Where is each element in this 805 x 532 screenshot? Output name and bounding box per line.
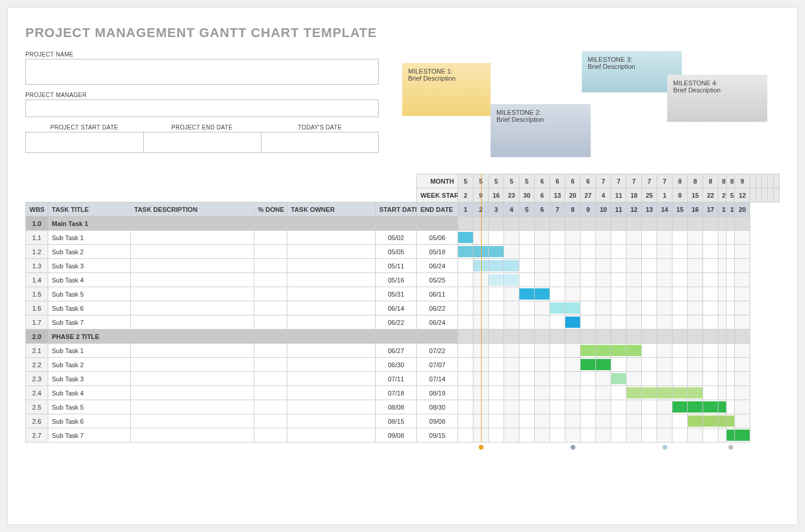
gantt-bar [627,345,641,356]
task-row: 2.1Sub Task 106/2707/22 [26,344,780,358]
project-manager-input[interactable] [25,99,379,117]
gantt-bar [473,246,488,257]
milestone-2-desc: Brief Description [496,116,585,123]
gantt-bar [473,260,488,271]
gantt-bar [627,387,641,398]
gantt-bar [535,288,549,300]
gantt-bar [688,415,703,427]
milestone-marker [571,445,575,450]
document-page: PROJECT MANAGEMENT GANTT CHART TEMPLATE … [7,7,798,525]
gantt-bar [657,387,672,398]
milestone-1: MILESTONE 1: Brief Description [402,63,491,116]
project-name-label: PROJECT NAME [25,51,379,58]
task-row: 1.1Sub Task 105/0205/06 [26,231,780,245]
task-row: 1.2Sub Task 205/0505/18 [26,245,780,259]
gantt-bar [581,345,595,356]
task-row: 2.5Sub Task 508/0808/30 [26,400,780,414]
gantt-bar [611,373,626,384]
gantt-bar [727,430,734,441]
gantt-bar [565,302,580,314]
gantt-bar [504,274,519,285]
milestone-2-title: MILESTONE 2: [496,109,585,116]
gantt-bar [688,401,703,413]
gantt-bar [642,387,657,398]
gantt-bar [735,430,750,441]
today-date-label: TODAY'S DATE [261,124,379,131]
task-row: 2.6Sub Task 608/1509/08 [26,414,780,428]
gantt-bar [611,345,626,356]
task-row: 2.7Sub Task 709/0809/15 [26,428,780,443]
gantt-bar [489,274,503,285]
project-name-input[interactable] [25,59,379,85]
milestone-marker [479,445,483,450]
task-row: 2.3Sub Task 307/1107/14 [26,372,780,386]
gantt-bar [489,246,503,257]
gantt-bar [673,387,687,398]
meta-column: PROJECT NAME PROJECT MANAGER PROJECT STA… [25,51,379,169]
project-manager-label: PROJECT MANAGER [25,92,379,98]
end-date-label: PROJECT END DATE [143,124,261,131]
page-title: PROJECT MANAGEMENT GANTT CHART TEMPLATE [25,25,780,41]
task-row: 2.2Sub Task 206/3007/07 [26,358,780,372]
gantt-bar [703,415,718,427]
task-row: 1.7Sub Task 706/2206/24 [26,315,780,330]
gantt-bar [550,302,565,314]
gantt-bar [519,288,534,300]
gantt-bar [489,260,503,271]
milestone-marker [662,445,667,450]
milestone-3-desc: Brief Description [588,63,676,70]
today-date-input[interactable] [261,132,379,153]
milestone-4-title: MILESTONE 4: [673,79,761,87]
gantt-bar [718,401,726,413]
milestone-1-title: MILESTONE 1: [408,68,485,75]
task-row: 1.3Sub Task 305/1106/24 [26,259,780,273]
gantt-bar [458,232,473,243]
task-row: 1.0Main Task 1 [26,217,780,231]
milestone-1-desc: Brief Description [408,75,485,82]
gantt-bar [565,317,580,328]
top-area: PROJECT NAME PROJECT MANAGER PROJECT STA… [25,51,780,169]
start-date-input[interactable] [25,132,143,153]
gantt-bar [596,359,611,370]
milestone-4: MILESTONE 4: Brief Description [667,75,767,122]
milestone-area: MILESTONE 1: Brief Description MILESTONE… [396,51,780,169]
gantt-bar [504,260,519,271]
gantt-bar [727,415,734,427]
date-row: PROJECT START DATE PROJECT END DATE TODA… [25,124,379,160]
milestone-4-desc: Brief Description [673,87,761,94]
gantt-bar [673,401,687,413]
task-row: 1.4Sub Task 405/1605/25 [26,273,780,287]
task-row: 1.5Sub Task 505/3106/11 [26,287,780,301]
gantt-bar [458,246,473,257]
milestone-2: MILESTONE 2: Brief Description [491,104,591,157]
gantt-bar [718,415,726,427]
task-row: 2.4Sub Task 407/1808/19 [26,386,780,400]
task-row: 2.0PHASE 2 TITLE [26,330,780,344]
gantt-table: MONTH55555666677777888889WEEK START DATE… [25,174,780,443]
gantt-grid: MONTH55555666677777888889WEEK START DATE… [25,174,780,443]
end-date-input[interactable] [143,132,261,153]
start-date-label: PROJECT START DATE [25,124,143,131]
milestone-3-title: MILESTONE 3: [588,56,676,63]
gantt-bar [688,387,703,398]
gantt-bar [703,401,718,413]
task-row: 1.6Sub Task 606/1406/22 [26,301,780,315]
milestone-marker [728,445,733,450]
gantt-bar [596,345,611,356]
gantt-bar [581,359,595,370]
